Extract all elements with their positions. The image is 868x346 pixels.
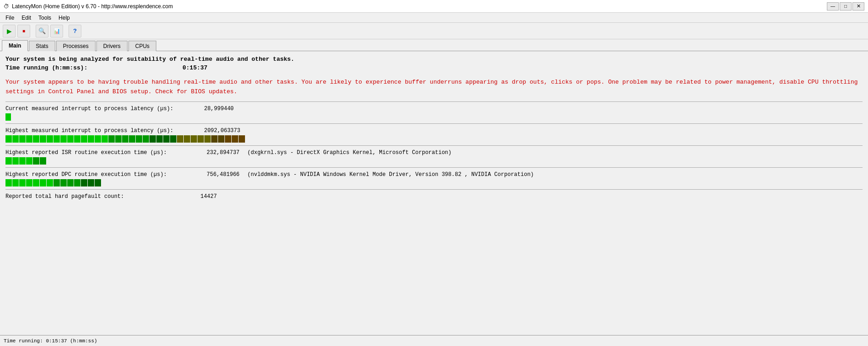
help-button[interactable]: ? [69,25,81,37]
metric-highest-latency: Highest measured interrupt to process la… [5,128,863,143]
bar-seg [5,113,11,121]
bar-seg [5,135,12,143]
isr-bar [5,157,863,165]
divider2 [5,123,863,124]
bar-seg [53,135,60,143]
bar-seg [95,179,101,186]
bar-seg [19,135,26,143]
divider3 [5,145,863,146]
close-button[interactable]: ✕ [852,2,864,11]
menu-tools[interactable]: Tools [35,14,55,22]
bar-seg [163,135,170,143]
bar-seg [218,135,224,143]
bar-seg [129,135,135,143]
titlebar: ⏱ LatencyMon (Home Edition) v 6.70 - htt… [0,0,868,13]
bar-seg [184,135,190,143]
statusbar-text: Time running: 0:15:37 (h:mm:ss) [4,338,97,344]
bar-seg [5,179,12,186]
bar-seg [67,179,74,186]
bar-seg [60,179,67,186]
bar-seg [204,135,211,143]
tab-cpus[interactable]: CPUs [128,41,156,51]
app-icon: ⏱ [4,3,9,10]
bar-seg [156,135,163,143]
bar-seg [81,135,87,143]
bar-seg [12,157,19,165]
tab-drivers[interactable]: Drivers [96,41,128,51]
metric-isr-value: 232,894737 [207,149,240,156]
stop-button[interactable]: ■ [17,25,30,37]
bar-seg [53,179,60,186]
bar-seg [239,135,245,143]
bar-seg [5,157,12,165]
menu-help[interactable]: Help [55,14,74,22]
bar-seg [47,179,53,186]
titlebar-controls: — □ ✕ [827,2,864,11]
menu-file[interactable]: File [2,14,18,22]
bar-seg [197,135,204,143]
metric-current-latency: Current measured interrupt to process la… [5,106,863,121]
toolbar: ▶ ■ 🔍 📊 ? [0,23,868,39]
metric-dpc-value: 756,481966 [207,171,240,178]
current-latency-bar [5,113,863,121]
metric-dpc: Highest reported DPC routine execution t… [5,171,863,186]
metric-dpc-label: Highest reported DPC routine execution t… [5,171,863,178]
bar-seg [115,135,122,143]
bar-seg [88,135,94,143]
bar-seg [81,179,87,186]
tab-processes[interactable]: Processes [56,41,96,51]
divider4 [5,167,863,168]
statusbar: Time running: 0:15:37 (h:mm:ss) [0,335,868,346]
bar-seg [47,135,53,143]
bar-seg [26,179,32,186]
bar-seg [143,135,149,143]
metric-current-value: 28,999440 [204,106,234,112]
titlebar-title-area: ⏱ LatencyMon (Home Edition) v 6.70 - htt… [4,3,173,10]
tab-stats[interactable]: Stats [29,41,55,51]
metric-highest-label: Highest measured interrupt to process la… [5,128,863,134]
highest-latency-bar [5,135,863,143]
bar-seg [33,179,39,186]
bar-seg [33,135,39,143]
time-label: Time running (h:mm:ss): [5,64,87,71]
bar-seg [19,179,26,186]
metric-pagefault-value: 14427 [200,193,217,200]
report-button[interactable]: 📊 [50,25,63,37]
bar-seg [60,135,67,143]
bar-seg [95,135,101,143]
play-button[interactable]: ▶ [3,25,16,37]
bar-seg [74,135,80,143]
tabs-bar: Main Stats Processes Drivers CPUs [0,39,868,51]
bar-seg [33,157,39,165]
main-content: Your system is being analyzed for suitab… [0,51,868,335]
bar-seg [19,157,26,165]
metric-pagefault-label: Reported total hard pagefault count: 144… [5,193,863,200]
metric-dpc-detail: (nvlddmkm.sys - NVIDIA Windows Kernel Mo… [247,171,534,178]
divider5 [5,189,863,190]
bar-seg [40,135,46,143]
bar-seg [136,135,142,143]
metric-highest-value: 2092,063373 [204,128,240,134]
minimize-button[interactable]: — [827,2,839,11]
bar-seg [40,179,46,186]
dpc-bar [5,179,863,186]
status-line2: Time running (h:mm:ss): 0:15:37 [5,64,863,71]
status-line1: Your system is being analyzed for suitab… [5,56,863,63]
bar-seg [88,179,94,186]
analyze-button[interactable]: 🔍 [36,25,48,37]
bar-seg [191,135,197,143]
bar-seg [12,179,19,186]
menubar: File Edit Tools Help [0,13,868,23]
bar-seg [101,135,108,143]
maximize-button[interactable]: □ [840,2,852,11]
tab-main[interactable]: Main [2,40,28,51]
metric-isr: Highest reported ISR routine execution t… [5,149,863,165]
menu-edit[interactable]: Edit [18,14,35,22]
bar-seg [74,179,80,186]
bar-seg [225,135,231,143]
metric-isr-label: Highest reported ISR routine execution t… [5,149,863,156]
bar-seg [149,135,156,143]
divider1 [5,101,863,102]
bar-seg [211,135,218,143]
window-title: LatencyMon (Home Edition) v 6.70 - http:… [12,3,173,10]
